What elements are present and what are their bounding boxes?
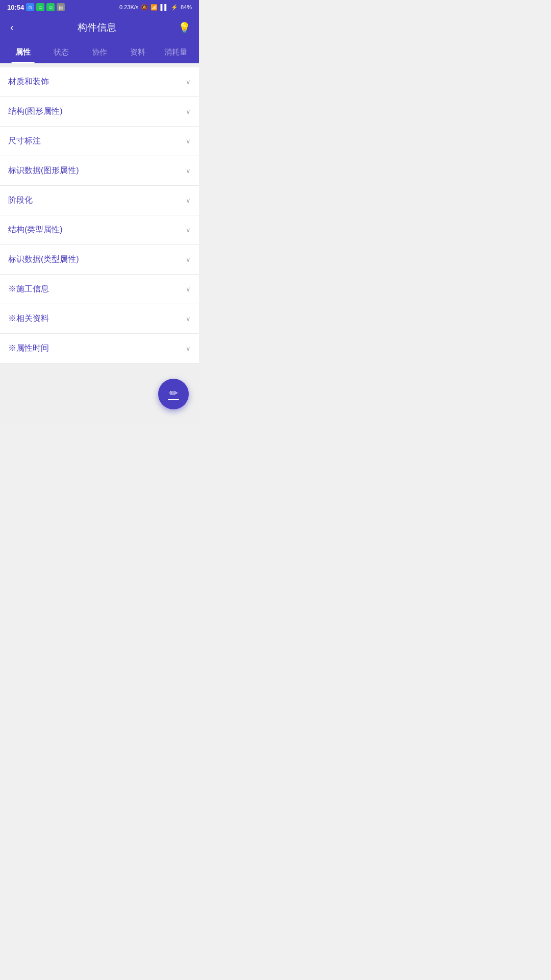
chevron-down-icon: ∨ bbox=[186, 256, 191, 263]
page-title: 构件信息 bbox=[78, 21, 116, 34]
list-item-structure-graphic[interactable]: 结构(图形属性) ∨ bbox=[0, 97, 199, 127]
lightbulb-icon[interactable]: 💡 bbox=[178, 21, 191, 34]
list-item-construction-info[interactable]: ※施工信息 ∨ bbox=[0, 275, 199, 304]
chevron-down-icon: ∨ bbox=[186, 197, 191, 204]
tab-properties[interactable]: 属性 bbox=[4, 42, 42, 63]
app-icon-4: ▤ bbox=[57, 3, 65, 11]
charging-icon: ⚡ bbox=[171, 4, 178, 11]
wifi-icon: 📶 bbox=[151, 4, 158, 11]
tab-bar: 属性 状态 协作 资料 消耗量 bbox=[0, 42, 199, 63]
list-item-label: 尺寸标注 bbox=[8, 136, 41, 146]
chevron-down-icon: ∨ bbox=[186, 78, 191, 86]
list-item-label: 结构(类型属性) bbox=[8, 225, 63, 235]
edit-fab-button[interactable]: ✏ bbox=[158, 379, 189, 409]
tab-consumption[interactable]: 消耗量 bbox=[157, 42, 195, 63]
network-speed: 0.23K/s bbox=[119, 4, 138, 10]
list-item-identity-data-graphic[interactable]: 标识数据(图形属性) ∨ bbox=[0, 156, 199, 186]
status-right: 0.23K/s 🔕 📶 ▌▌ ⚡ 84% bbox=[119, 4, 192, 11]
chevron-down-icon: ∨ bbox=[186, 345, 191, 352]
status-bar: 10:54 ⊙ ☺ ☺ ▤ 0.23K/s 🔕 📶 ▌▌ ⚡ 84% bbox=[0, 0, 199, 14]
list-item-dimension-annotation[interactable]: 尺寸标注 ∨ bbox=[0, 127, 199, 156]
tab-status[interactable]: 状态 bbox=[42, 42, 81, 63]
back-button[interactable]: ‹ bbox=[8, 19, 16, 35]
list-item-identity-data-type[interactable]: 标识数据(类型属性) ∨ bbox=[0, 245, 199, 275]
list-item-label: 材质和装饰 bbox=[8, 77, 49, 87]
app-icon-2: ☺ bbox=[36, 3, 44, 11]
app-icon-3: ☺ bbox=[46, 3, 55, 11]
list-item-label: ※相关资料 bbox=[8, 313, 49, 324]
list-item-label: 阶段化 bbox=[8, 195, 33, 206]
list-item-material-decoration[interactable]: 材质和装饰 ∨ bbox=[0, 67, 199, 97]
chevron-down-icon: ∨ bbox=[186, 226, 191, 234]
chevron-down-icon: ∨ bbox=[186, 137, 191, 145]
fab-underline bbox=[168, 399, 179, 400]
list-item-label: ※属性时间 bbox=[8, 343, 49, 354]
list-item-label: ※施工信息 bbox=[8, 284, 49, 295]
list-item-related-materials[interactable]: ※相关资料 ∨ bbox=[0, 304, 199, 334]
status-time: 10:54 bbox=[7, 4, 24, 11]
properties-list: 材质和装饰 ∨ 结构(图形属性) ∨ 尺寸标注 ∨ 标识数据(图形属性) ∨ 阶… bbox=[0, 67, 199, 363]
app-icon-1: ⊙ bbox=[26, 3, 34, 11]
list-item-label: 标识数据(图形属性) bbox=[8, 165, 79, 176]
list-item-property-time[interactable]: ※属性时间 ∨ bbox=[0, 334, 199, 363]
chevron-down-icon: ∨ bbox=[186, 108, 191, 115]
silent-icon: 🔕 bbox=[141, 4, 148, 11]
tab-materials[interactable]: 资料 bbox=[118, 42, 157, 63]
tab-collaboration[interactable]: 协作 bbox=[81, 42, 119, 63]
list-item-label: 标识数据(类型属性) bbox=[8, 254, 79, 265]
chevron-down-icon: ∨ bbox=[186, 285, 191, 293]
status-left: 10:54 ⊙ ☺ ☺ ▤ bbox=[7, 3, 65, 11]
list-item-phasing[interactable]: 阶段化 ∨ bbox=[0, 186, 199, 215]
signal-icon: ▌▌ bbox=[160, 4, 168, 10]
battery-percent: 84% bbox=[181, 4, 192, 10]
chevron-down-icon: ∨ bbox=[186, 167, 191, 175]
chevron-down-icon: ∨ bbox=[186, 315, 191, 323]
header: ‹ 构件信息 💡 bbox=[0, 14, 199, 42]
bottom-area: ✏ bbox=[0, 363, 199, 425]
list-item-structure-type[interactable]: 结构(类型属性) ∨ bbox=[0, 215, 199, 245]
list-item-label: 结构(图形属性) bbox=[8, 106, 63, 117]
pencil-icon: ✏ bbox=[169, 388, 178, 398]
